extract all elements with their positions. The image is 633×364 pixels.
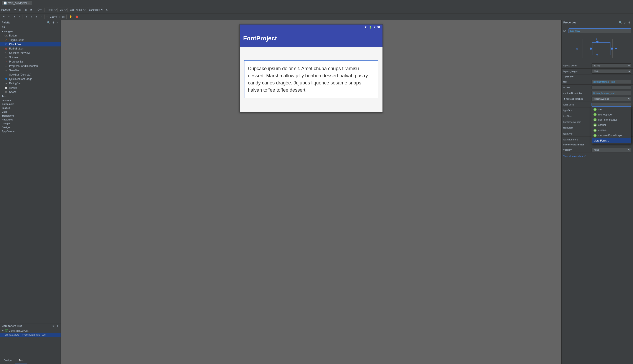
close-icon[interactable]: × xyxy=(28,2,30,4)
eye-button[interactable]: 👁 xyxy=(1,15,6,19)
grid-button1[interactable]: ▤ xyxy=(18,8,22,12)
zoom-level: 125% xyxy=(49,15,58,18)
font-option-casual[interactable]: A casual xyxy=(592,122,631,128)
palette-item-spinner[interactable]: ≡ Spinner xyxy=(0,55,60,60)
visibility-select[interactable]: none xyxy=(592,148,631,152)
arrow-icon: ↗ xyxy=(584,154,586,157)
tree-layout-btn[interactable]: ≡ xyxy=(56,324,59,328)
align-right-btn[interactable]: ⊠ xyxy=(34,14,39,19)
layout-width-label: layout_width xyxy=(563,64,592,67)
divider4 xyxy=(22,14,23,19)
canvas-area: ▼ 🔋 7:00 FontProject Cupcake ipsum dolor… xyxy=(61,20,561,364)
palette-item-ratingbar[interactable]: ★ RatingBar xyxy=(0,81,60,86)
tab-text[interactable]: Text xyxy=(15,358,27,364)
align-center-btn[interactable]: ⊟ xyxy=(29,14,34,19)
zoom-in-button[interactable]: + xyxy=(58,15,61,18)
content-desc-input[interactable] xyxy=(592,91,631,95)
text-alignment-label: textAlignment xyxy=(563,138,592,141)
align-icons-group: ⊞ ⊟ ⊠ ↑ xyxy=(24,14,43,19)
category-design[interactable]: Design xyxy=(0,126,60,129)
font-family-input[interactable] xyxy=(592,103,631,106)
grid-button2[interactable]: ▦ xyxy=(23,8,28,12)
tab-design[interactable]: Design xyxy=(0,358,15,364)
category-transitions[interactable]: Transitions xyxy=(0,114,60,118)
palette-item-button[interactable]: OK Button xyxy=(0,34,60,38)
tab-label: main_activity.xml xyxy=(8,2,27,4)
text-appearance-select[interactable]: Material.Small xyxy=(592,96,631,101)
language-selector[interactable]: Language xyxy=(87,8,104,12)
font-option-monospace[interactable]: A monospace xyxy=(592,112,631,117)
category-all[interactable]: All xyxy=(0,26,60,29)
props-sync-btn[interactable]: ⇄ xyxy=(624,21,627,24)
api-selector[interactable]: 26 xyxy=(58,8,68,12)
viewport-button[interactable]: ⊡ xyxy=(105,8,110,12)
category-text[interactable]: Text xyxy=(0,94,60,98)
text-input[interactable] xyxy=(592,80,631,84)
stop-button[interactable]: ⬤ xyxy=(74,14,80,19)
palette-search-btn[interactable]: 🔍 xyxy=(46,21,51,24)
textview-widget[interactable]: Cupcake ipsum dolor sit. Amet chupa chup… xyxy=(244,60,378,98)
category-layouts[interactable]: Layouts xyxy=(0,98,60,102)
sample-text: Cupcake ipsum dolor sit. Amet chupa chup… xyxy=(248,66,368,93)
palette-item-space[interactable]: ⊡ Space xyxy=(0,90,60,94)
font-option-serif-monospace[interactable]: A serif-monospace xyxy=(592,117,631,122)
refresh-button[interactable]: ↻ xyxy=(12,8,17,12)
constraint-handle-left[interactable] xyxy=(590,48,592,50)
props-settings-btn[interactable]: ⚙ xyxy=(628,21,631,24)
palette-item-seekbar[interactable]: → SeekBar xyxy=(0,68,60,72)
id-input[interactable] xyxy=(568,28,631,33)
select-button[interactable]: ⊕ xyxy=(12,14,17,19)
tree-settings-btn[interactable]: ⚙ xyxy=(52,324,55,328)
theme-selector[interactable]: AppTheme xyxy=(68,8,86,12)
font-option-cursive[interactable]: A cursive xyxy=(592,128,631,133)
pan-button[interactable]: ✋ xyxy=(68,14,74,19)
category-containers[interactable]: Containers xyxy=(0,102,60,106)
category-advanced[interactable]: Advanced xyxy=(0,118,60,122)
palette-item-switch[interactable]: ⬜ Switch xyxy=(0,86,60,90)
palette-layout-btn[interactable]: ≡ xyxy=(56,21,59,24)
cursor-button[interactable]: ↖ xyxy=(7,14,12,19)
palette-item-quickcontact[interactable]: 👤 QuickContactBadge xyxy=(0,77,60,81)
tree-item-constraint[interactable]: ▼ N ConstraintLayout xyxy=(0,329,60,333)
view-all-properties[interactable]: View all properties ↗ xyxy=(562,153,633,159)
palette-item-radiobutton[interactable]: ◉ RadioButton xyxy=(0,46,60,51)
text-edit-input[interactable] xyxy=(592,86,631,90)
id-label: ID xyxy=(563,30,567,32)
layout-height-select[interactable]: 88dp xyxy=(592,69,631,74)
main-toolbar: Palette ↻ ▤ ▦ ▣ ⬡ ▾ Pixel 26 AppTheme La… xyxy=(0,6,633,14)
category-google[interactable]: Google xyxy=(0,122,60,126)
palette-item-progressbar-horiz[interactable]: — ProgressBar (Horizontal) xyxy=(0,64,60,68)
zoom-out-button[interactable]: − xyxy=(46,15,48,18)
tree-item-textview[interactable]: Ab textView - "@string/sample_text" xyxy=(0,333,60,337)
layout-width-select[interactable]: 313dp xyxy=(592,64,631,68)
constraint-add-right[interactable]: + xyxy=(615,46,617,51)
font-option-more-fonts[interactable]: More Fonts... xyxy=(592,138,631,143)
add-button[interactable]: + xyxy=(17,15,21,19)
palette-settings-btn[interactable]: ⚙ xyxy=(52,21,55,24)
align-left-btn[interactable]: ⊞ xyxy=(24,14,29,19)
font-option-serif[interactable]: A serif xyxy=(592,107,631,112)
category-widgets[interactable]: ▾ Widgets xyxy=(0,29,60,34)
constraint-handle-right[interactable] xyxy=(611,48,613,50)
file-tab[interactable]: 📄 main_activity.xml × xyxy=(1,1,32,5)
grid-button3[interactable]: ▣ xyxy=(29,8,34,12)
palette-item-checkbox[interactable]: ☑ CheckBox xyxy=(0,42,60,46)
properties-title: Properties xyxy=(563,21,576,24)
constraint-add-bottom[interactable]: + xyxy=(596,52,598,57)
category-date[interactable]: Date xyxy=(0,110,60,114)
palette-item-progressbar[interactable]: ○ ProgressBar xyxy=(0,60,60,64)
constraint-handle-top[interactable] xyxy=(596,40,598,43)
props-search-btn[interactable]: 🔍 xyxy=(618,21,623,24)
palette-item-seekbar-discrete[interactable]: → SeekBar (Discrete) xyxy=(0,72,60,77)
seekbar-discrete-icon: → xyxy=(4,73,8,76)
shape-button[interactable]: ⬡ ▾ xyxy=(36,8,43,12)
category-appcompat[interactable]: AppCompat xyxy=(0,129,60,133)
palette-item-togglebutton[interactable]: ✓ ToggleButton xyxy=(0,38,60,42)
pixel-selector[interactable]: Pixel xyxy=(46,8,58,12)
align-top-btn[interactable]: ↑ xyxy=(39,14,43,19)
category-images[interactable]: Images xyxy=(0,106,60,110)
palette-item-checkedtextview[interactable]: ✓✓ CheckedTextView xyxy=(0,51,60,55)
font-option-sans-serif-smallcaps[interactable]: A sans-serif-smallcaps xyxy=(592,133,631,138)
status-time: 7:00 xyxy=(374,26,380,29)
zoom-fit-button[interactable]: ⊞ xyxy=(62,15,65,18)
